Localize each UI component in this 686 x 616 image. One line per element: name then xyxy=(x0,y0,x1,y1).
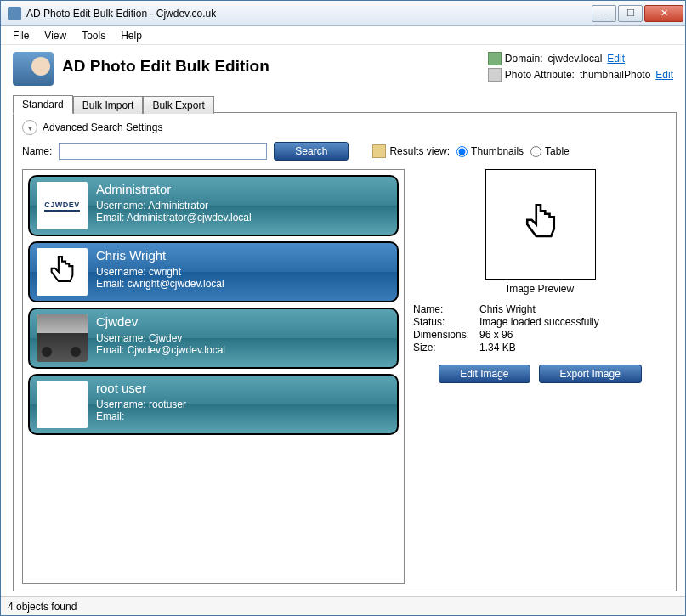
preview-caption: Image Preview xyxy=(507,283,574,295)
result-display-name: Administrator xyxy=(96,182,252,196)
chevron-down-icon: ▾ xyxy=(28,123,32,133)
edit-image-button[interactable]: Edit Image xyxy=(439,365,530,383)
result-thumbnail: CJWDEV xyxy=(37,182,88,229)
result-display-name: Chris Wright xyxy=(96,248,224,263)
export-image-button[interactable]: Export Image xyxy=(539,365,642,383)
radio-table-input[interactable] xyxy=(530,146,541,157)
result-thumbnail xyxy=(37,314,88,362)
results-list[interactable]: CJWDEVAdministratorUsername: Administrat… xyxy=(22,169,405,584)
preview-dim-label: Dimensions: xyxy=(413,329,479,341)
results-view-label: Results view: xyxy=(389,145,450,157)
preview-status-value: Image loaded successfully xyxy=(479,316,599,328)
result-username: Username: Administrator xyxy=(96,200,252,212)
app-window: AD Photo Edit Bulk Edition - Cjwdev.co.u… xyxy=(0,0,686,616)
window-title: AD Photo Edit Bulk Edition - Cjwdev.co.u… xyxy=(26,8,590,20)
name-label: Name: xyxy=(22,145,52,157)
domain-label: Domain: xyxy=(505,53,543,65)
photo-attr-icon xyxy=(488,68,502,82)
result-email: Email: cwright@cjwdev.local xyxy=(96,278,224,290)
preview-size-value: 1.34 KB xyxy=(479,342,516,353)
result-card[interactable]: Chris WrightUsername: cwrightEmail: cwri… xyxy=(28,241,399,302)
results-view-icon xyxy=(372,144,386,158)
radio-thumbnails-label: Thumbnails xyxy=(471,145,524,157)
photo-attr-value: thumbnailPhoto xyxy=(580,69,650,81)
result-thumbnail xyxy=(37,248,88,296)
result-display-name: Cjwdev xyxy=(96,314,225,329)
result-card[interactable]: CJWDEVAdministratorUsername: Administrat… xyxy=(28,175,399,236)
edit-domain-link[interactable]: Edit xyxy=(607,53,625,65)
minimize-button[interactable]: ─ xyxy=(592,5,616,22)
tab-standard[interactable]: Standard xyxy=(13,95,73,114)
result-card[interactable]: root userUsername: rootuserEmail: xyxy=(28,374,399,435)
radio-table-label: Table xyxy=(545,145,570,157)
photo-attr-label: Photo Attribute: xyxy=(505,69,575,81)
tab-bulk-import[interactable]: Bulk Import xyxy=(73,96,144,114)
result-email: Email: Administrator@cjwdev.local xyxy=(96,212,252,223)
preview-image xyxy=(485,169,596,280)
radio-thumbnails[interactable]: Thumbnails xyxy=(456,145,524,157)
radio-table[interactable]: Table xyxy=(530,145,570,157)
menu-tools[interactable]: Tools xyxy=(75,28,112,43)
status-bar: 4 objects found xyxy=(1,596,685,615)
radio-thumbnails-input[interactable] xyxy=(456,146,468,157)
app-title: AD Photo Edit Bulk Edition xyxy=(62,57,269,76)
preview-name-value: Chris Wright xyxy=(479,303,536,315)
domain-icon xyxy=(488,52,502,65)
tab-strip: Standard Bulk Import Bulk Export xyxy=(1,93,685,113)
close-button[interactable]: ✕ xyxy=(644,5,683,22)
edit-photo-attr-link[interactable]: Edit xyxy=(655,69,673,81)
result-username: Username: rootuser xyxy=(96,398,186,410)
result-display-name: root user xyxy=(96,381,186,395)
header-app-icon xyxy=(13,52,54,86)
result-username: Username: Cjwdev xyxy=(96,332,225,344)
status-text: 4 objects found xyxy=(8,601,77,613)
domain-value: cjwdev.local xyxy=(548,53,603,65)
titlebar: AD Photo Edit Bulk Edition - Cjwdev.co.u… xyxy=(1,1,685,26)
preview-pane: Image Preview Name:Chris Wright Status:I… xyxy=(413,169,667,584)
header: AD Photo Edit Bulk Edition Domain: cjwde… xyxy=(1,45,685,93)
result-username: Username: cwright xyxy=(96,266,224,278)
tab-bulk-export[interactable]: Bulk Export xyxy=(143,96,213,114)
preview-name-label: Name: xyxy=(413,303,479,315)
search-button[interactable]: Search xyxy=(274,142,349,161)
preview-size-label: Size: xyxy=(413,342,479,353)
menu-file[interactable]: File xyxy=(6,28,36,43)
result-email: Email: xyxy=(96,410,186,422)
result-card[interactable]: CjwdevUsername: CjwdevEmail: Cjwdev@cjwd… xyxy=(28,308,399,369)
menu-view[interactable]: View xyxy=(37,28,73,43)
maximize-button[interactable]: ☐ xyxy=(618,5,643,22)
advanced-search-label: Advanced Search Settings xyxy=(43,122,162,133)
result-thumbnail xyxy=(37,381,88,428)
tab-content-standard: ▾ Advanced Search Settings Name: Search … xyxy=(13,113,677,591)
advanced-search-toggle[interactable]: ▾ xyxy=(22,120,37,135)
app-icon xyxy=(8,7,21,20)
name-input[interactable] xyxy=(59,143,267,160)
preview-status-label: Status: xyxy=(413,316,479,328)
hand-cursor-icon xyxy=(517,201,564,248)
menu-help[interactable]: Help xyxy=(114,28,149,43)
preview-dim-value: 96 x 96 xyxy=(479,329,513,341)
menubar: File View Tools Help xyxy=(1,26,685,45)
result-email: Email: Cjwdev@cjwdev.local xyxy=(96,344,225,356)
